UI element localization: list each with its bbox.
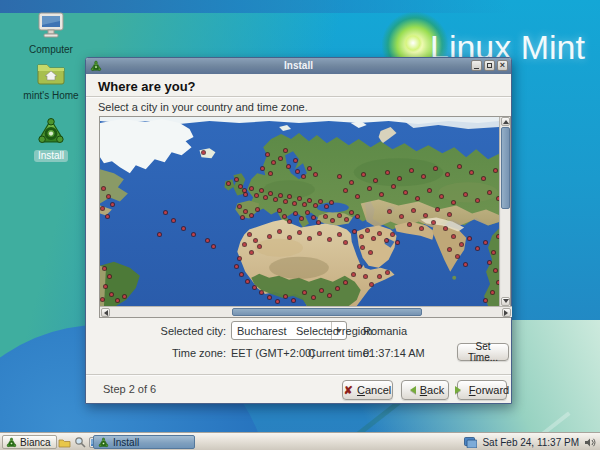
map-horizontal-scrollbar[interactable] bbox=[100, 306, 512, 317]
city-marker[interactable] bbox=[484, 241, 487, 244]
city-marker[interactable] bbox=[460, 243, 463, 246]
city-marker[interactable] bbox=[306, 211, 309, 214]
city-marker[interactable] bbox=[284, 295, 287, 298]
scroll-right-button[interactable] bbox=[502, 308, 511, 317]
city-marker[interactable] bbox=[240, 273, 243, 276]
city-marker[interactable] bbox=[448, 248, 451, 251]
scroll-down-button[interactable] bbox=[501, 297, 510, 306]
city-marker[interactable] bbox=[328, 294, 331, 297]
city-marker[interactable] bbox=[398, 177, 401, 180]
city-marker[interactable] bbox=[279, 194, 282, 197]
city-marker[interactable] bbox=[244, 193, 247, 196]
city-marker[interactable] bbox=[303, 291, 306, 294]
city-marker[interactable] bbox=[314, 173, 317, 176]
maximize-button[interactable] bbox=[484, 60, 495, 71]
city-marker[interactable] bbox=[378, 232, 381, 235]
city-marker[interactable] bbox=[494, 269, 497, 272]
city-marker[interactable] bbox=[279, 157, 282, 160]
city-marker[interactable] bbox=[388, 210, 391, 213]
city-marker[interactable] bbox=[264, 196, 267, 199]
city-marker[interactable] bbox=[298, 231, 301, 234]
city-marker[interactable] bbox=[456, 255, 459, 258]
city-marker[interactable] bbox=[254, 239, 257, 242]
city-marker[interactable] bbox=[278, 230, 281, 233]
search-icon[interactable] bbox=[74, 436, 86, 448]
city-marker[interactable] bbox=[370, 283, 373, 286]
city-marker[interactable] bbox=[192, 233, 195, 236]
menu-button[interactable]: Bianca bbox=[2, 435, 57, 449]
city-marker[interactable] bbox=[344, 189, 347, 192]
city-marker[interactable] bbox=[448, 213, 451, 216]
city-marker[interactable] bbox=[278, 209, 281, 212]
city-marker[interactable] bbox=[374, 179, 377, 182]
city-marker[interactable] bbox=[238, 205, 241, 208]
city-marker[interactable] bbox=[319, 200, 322, 203]
city-marker[interactable] bbox=[317, 221, 320, 224]
city-marker[interactable] bbox=[244, 210, 247, 213]
city-marker[interactable] bbox=[412, 209, 415, 212]
city-marker[interactable] bbox=[212, 245, 215, 248]
city-marker[interactable] bbox=[312, 296, 315, 299]
city-marker[interactable] bbox=[268, 296, 271, 299]
city-marker[interactable] bbox=[491, 291, 494, 294]
city-marker[interactable] bbox=[336, 287, 339, 290]
city-marker[interactable] bbox=[260, 291, 263, 294]
city-marker[interactable] bbox=[358, 265, 361, 268]
city-marker[interactable] bbox=[356, 195, 359, 198]
city-marker[interactable] bbox=[392, 185, 395, 188]
city-marker[interactable] bbox=[318, 232, 321, 235]
city-marker[interactable] bbox=[416, 197, 419, 200]
city-marker[interactable] bbox=[261, 167, 264, 170]
city-marker[interactable] bbox=[287, 165, 290, 168]
city-marker[interactable] bbox=[239, 185, 242, 188]
files-icon[interactable] bbox=[58, 437, 71, 448]
city-marker[interactable] bbox=[238, 257, 241, 260]
city-marker[interactable] bbox=[284, 200, 287, 203]
taskbar-clock[interactable]: Sat Feb 24, 11:37 PM bbox=[482, 437, 579, 448]
close-button[interactable]: × bbox=[497, 60, 508, 71]
city-marker[interactable] bbox=[106, 215, 109, 218]
city-marker[interactable] bbox=[476, 247, 479, 250]
city-marker[interactable] bbox=[303, 203, 306, 206]
city-marker[interactable] bbox=[446, 173, 449, 176]
city-marker[interactable] bbox=[308, 199, 311, 202]
city-marker[interactable] bbox=[345, 218, 348, 221]
city-marker[interactable] bbox=[494, 169, 497, 172]
city-marker[interactable] bbox=[110, 293, 113, 296]
taskbar-task-install[interactable]: Install bbox=[93, 435, 195, 449]
city-marker[interactable] bbox=[434, 167, 437, 170]
city-marker[interactable] bbox=[250, 251, 253, 254]
city-marker[interactable] bbox=[338, 175, 341, 178]
city-marker[interactable] bbox=[243, 243, 246, 246]
city-marker[interactable] bbox=[484, 299, 487, 302]
city-marker[interactable] bbox=[101, 298, 104, 301]
city-marker[interactable] bbox=[283, 215, 286, 218]
city-marker[interactable] bbox=[325, 205, 328, 208]
city-marker[interactable] bbox=[288, 195, 291, 198]
city-marker[interactable] bbox=[202, 151, 205, 154]
city-marker[interactable] bbox=[269, 172, 272, 175]
city-marker[interactable] bbox=[386, 271, 389, 274]
city-marker[interactable] bbox=[288, 220, 291, 223]
city-marker[interactable] bbox=[300, 217, 303, 220]
set-time-button[interactable]: Set Time... bbox=[457, 343, 509, 361]
city-marker[interactable] bbox=[372, 237, 375, 240]
city-marker[interactable] bbox=[368, 187, 371, 190]
city-marker[interactable] bbox=[298, 197, 301, 200]
city-marker[interactable] bbox=[404, 191, 407, 194]
city-marker[interactable] bbox=[338, 233, 341, 236]
city-marker[interactable] bbox=[320, 289, 323, 292]
minimize-button[interactable] bbox=[471, 60, 482, 71]
city-marker[interactable] bbox=[308, 237, 311, 240]
city-marker[interactable] bbox=[356, 215, 359, 218]
city-marker[interactable] bbox=[284, 149, 287, 152]
vertical-scroll-thumb[interactable] bbox=[501, 127, 510, 209]
city-marker[interactable] bbox=[422, 175, 425, 178]
city-marker[interactable] bbox=[378, 275, 381, 278]
city-marker[interactable] bbox=[331, 219, 334, 222]
city-marker[interactable] bbox=[250, 187, 253, 190]
city-marker[interactable] bbox=[408, 223, 411, 226]
city-marker[interactable] bbox=[308, 167, 311, 170]
city-marker[interactable] bbox=[410, 169, 413, 172]
city-marker[interactable] bbox=[241, 216, 244, 219]
